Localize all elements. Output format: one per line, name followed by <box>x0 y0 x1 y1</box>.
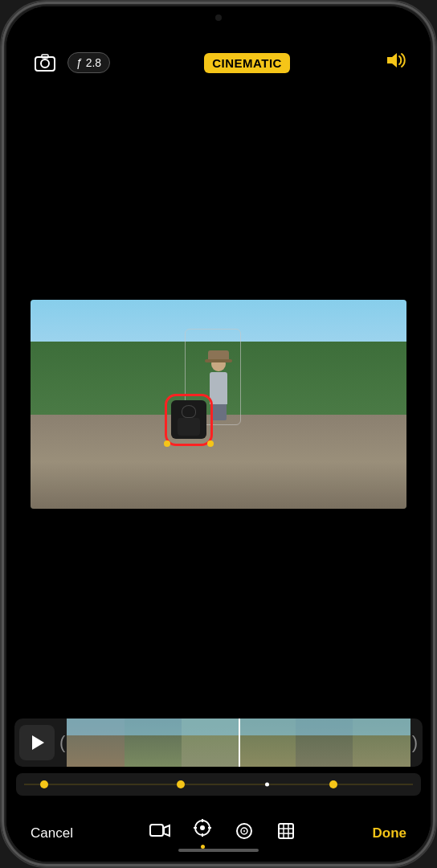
focus-icon <box>235 821 254 845</box>
thumb-frame-5 <box>296 719 353 767</box>
cinematic-label: CINEMATIC <box>212 56 282 70</box>
thumb-frame-6 <box>353 719 410 767</box>
focus-tool[interactable] <box>235 821 254 845</box>
play-button[interactable] <box>19 725 55 760</box>
thumbnail-strip <box>67 719 410 767</box>
video-preview[interactable] <box>31 300 406 509</box>
sound-icon[interactable] <box>384 49 406 76</box>
focus-dot-1[interactable] <box>40 780 48 788</box>
bracket-right: ) <box>410 732 423 753</box>
scene-ground <box>31 415 406 509</box>
svg-rect-4 <box>150 825 163 836</box>
black-space-bottom <box>6 509 431 719</box>
bracket-left: ( <box>58 732 67 753</box>
home-indicator <box>178 849 259 852</box>
color-adjust-tool[interactable] <box>193 818 212 849</box>
timeline-strip[interactable]: ( ) <box>14 719 423 767</box>
svg-marker-3 <box>387 53 397 68</box>
main-content: ƒ 2.8 CINEMATIC <box>6 6 431 862</box>
bottom-toolbar: Cancel <box>6 809 431 862</box>
dog-head <box>182 405 196 418</box>
svg-point-14 <box>243 830 245 832</box>
volume-up-button[interactable] <box>0 162 2 207</box>
timeline-area: ( ) <box>6 719 431 809</box>
svg-point-1 <box>41 59 49 68</box>
phone-screen: ƒ 2.8 CINEMATIC <box>6 6 431 862</box>
dog-body <box>178 418 200 436</box>
toolbar-icons <box>149 818 296 849</box>
volume-down-button[interactable] <box>0 219 2 263</box>
black-space-top <box>6 89 431 300</box>
person-head <box>211 357 226 371</box>
done-button[interactable]: Done <box>372 825 406 841</box>
dog-container[interactable] <box>165 394 213 446</box>
transform-tool[interactable] <box>276 821 296 845</box>
camera-icon[interactable] <box>31 48 59 77</box>
video-camera-tool[interactable] <box>149 822 170 845</box>
svg-rect-15 <box>279 824 293 838</box>
play-icon <box>32 735 44 750</box>
cinematic-badge[interactable]: CINEMATIC <box>204 53 290 73</box>
transform-icon <box>276 821 296 845</box>
thumb-frame-1 <box>67 719 124 767</box>
focus-dot-3[interactable] <box>329 780 337 788</box>
playhead <box>239 719 240 767</box>
front-camera <box>215 14 222 21</box>
video-camera-icon <box>149 822 170 845</box>
thumb-frame-2 <box>125 719 182 767</box>
thumb-frame-3 <box>182 719 239 767</box>
thumb-frame-4 <box>239 719 296 767</box>
cancel-button[interactable]: Cancel <box>31 825 73 841</box>
toolbar-left-group: ƒ 2.8 <box>31 48 110 77</box>
person-legs <box>210 404 227 420</box>
focus-dot-small <box>265 783 269 787</box>
person-hat <box>208 350 229 360</box>
dog-inner <box>171 400 206 439</box>
svg-point-7 <box>200 825 205 830</box>
aperture-badge[interactable]: ƒ 2.8 <box>67 52 110 73</box>
focus-dot-2[interactable] <box>177 780 185 788</box>
focus-track-line <box>24 784 413 785</box>
dog-focus-box <box>165 394 213 446</box>
focus-track[interactable] <box>16 773 421 796</box>
notch <box>170 6 267 29</box>
phone-frame: ƒ 2.8 CINEMATIC <box>0 0 437 868</box>
aperture-label: ƒ 2.8 <box>76 56 101 69</box>
color-adjust-icon <box>193 818 212 842</box>
svg-marker-5 <box>164 825 169 836</box>
